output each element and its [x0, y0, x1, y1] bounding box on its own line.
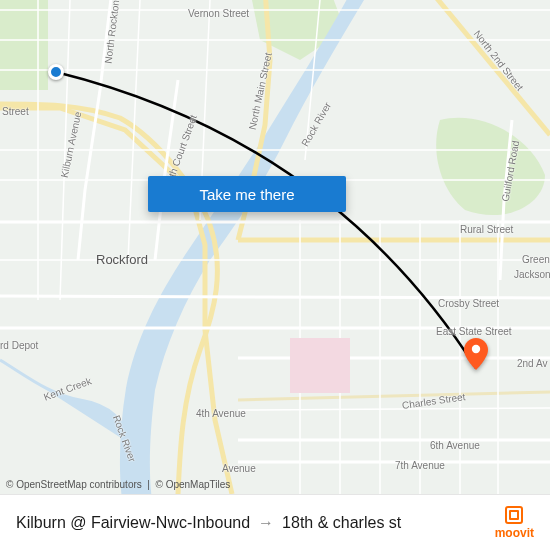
map-svg — [0, 0, 550, 494]
moovit-logo-icon — [505, 506, 523, 524]
attribution-osm: © OpenStreetMap contributors — [6, 479, 142, 490]
destination-text: 18th & charles st — [282, 514, 401, 532]
moovit-logo[interactable]: moovit — [495, 506, 534, 539]
origin-text: Kilburn @ Fairview-Nwc-Inbound — [16, 514, 250, 532]
destination-marker[interactable] — [464, 338, 488, 370]
city-label: Rockford — [96, 252, 148, 267]
svg-rect-0 — [0, 0, 48, 90]
app-frame: Vernon StreetNorth Rockton AvenueNorth M… — [0, 0, 550, 550]
map-attribution: © OpenStreetMap contributors | © OpenMap… — [6, 479, 230, 490]
moovit-logo-text: moovit — [495, 527, 534, 539]
map-canvas[interactable]: Vernon StreetNorth Rockton AvenueNorth M… — [0, 0, 550, 494]
svg-point-2 — [472, 345, 480, 353]
arrow-right-icon: → — [258, 514, 274, 532]
svg-rect-1 — [290, 338, 350, 393]
take-me-there-button[interactable]: Take me there — [148, 176, 346, 212]
route-summary: Kilburn @ Fairview-Nwc-Inbound → 18th & … — [16, 514, 401, 532]
bottom-bar: Kilburn @ Fairview-Nwc-Inbound → 18th & … — [0, 494, 550, 550]
origin-marker[interactable] — [48, 64, 64, 80]
attribution-tiles: © OpenMapTiles — [156, 479, 231, 490]
